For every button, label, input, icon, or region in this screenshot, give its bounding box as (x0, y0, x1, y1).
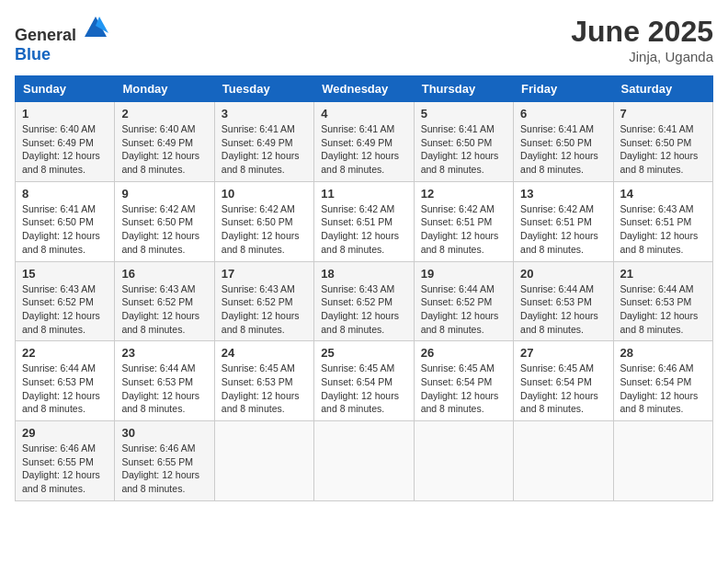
calendar-week-row: 8 Sunrise: 6:41 AMSunset: 6:50 PMDayligh… (16, 181, 713, 261)
day-number: 3 (222, 107, 307, 121)
calendar-cell: 22 Sunrise: 6:44 AMSunset: 6:53 PMDaylig… (16, 341, 115, 421)
cell-info: Sunrise: 6:43 AMSunset: 6:52 PMDaylight:… (222, 283, 300, 335)
calendar-cell: 14 Sunrise: 6:43 AMSunset: 6:51 PMDaylig… (613, 181, 712, 261)
calendar-cell: 17 Sunrise: 6:43 AMSunset: 6:52 PMDaylig… (214, 261, 313, 341)
cell-info: Sunrise: 6:41 AMSunset: 6:50 PMDaylight:… (22, 203, 100, 255)
day-number: 20 (520, 267, 606, 281)
day-number: 14 (620, 187, 706, 201)
calendar-header-row: SundayMondayTuesdayWednesdayThursdayFrid… (16, 76, 713, 102)
calendar-cell: 15 Sunrise: 6:43 AMSunset: 6:52 PMDaylig… (16, 261, 115, 341)
day-number: 29 (22, 426, 108, 440)
calendar-cell: 11 Sunrise: 6:42 AMSunset: 6:51 PMDaylig… (314, 181, 414, 261)
cell-info: Sunrise: 6:46 AMSunset: 6:55 PMDaylight:… (22, 442, 100, 494)
cell-info: Sunrise: 6:42 AMSunset: 6:50 PMDaylight:… (222, 203, 300, 255)
day-number: 15 (22, 267, 108, 281)
day-number: 19 (421, 267, 506, 281)
cell-info: Sunrise: 6:44 AMSunset: 6:52 PMDaylight:… (421, 283, 499, 335)
day-number: 5 (421, 107, 506, 121)
cell-info: Sunrise: 6:41 AMSunset: 6:50 PMDaylight:… (520, 123, 598, 175)
cell-info: Sunrise: 6:41 AMSunset: 6:50 PMDaylight:… (620, 123, 699, 175)
calendar-cell: 28 Sunrise: 6:46 AMSunset: 6:54 PMDaylig… (613, 341, 712, 421)
calendar-cell: 20 Sunrise: 6:44 AMSunset: 6:53 PMDaylig… (514, 261, 613, 341)
calendar-week-row: 29 Sunrise: 6:46 AMSunset: 6:55 PMDaylig… (16, 421, 713, 501)
day-number: 18 (321, 267, 406, 281)
calendar-cell (613, 421, 712, 501)
day-number: 24 (222, 346, 307, 360)
page-header: General Blue June 2025 Jinja, Uganda (15, 15, 713, 64)
day-number: 4 (321, 107, 406, 121)
cell-info: Sunrise: 6:44 AMSunset: 6:53 PMDaylight:… (520, 283, 598, 335)
day-number: 2 (121, 107, 207, 121)
day-number: 6 (520, 107, 606, 121)
cell-info: Sunrise: 6:43 AMSunset: 6:52 PMDaylight:… (121, 283, 199, 335)
cell-info: Sunrise: 6:42 AMSunset: 6:51 PMDaylight:… (520, 203, 598, 255)
calendar-cell (314, 421, 414, 501)
day-number: 9 (121, 187, 207, 201)
calendar-cell (214, 421, 313, 501)
day-header-sunday: Sunday (16, 76, 115, 102)
cell-info: Sunrise: 6:45 AMSunset: 6:54 PMDaylight:… (421, 362, 499, 414)
cell-info: Sunrise: 6:43 AMSunset: 6:52 PMDaylight:… (321, 283, 399, 335)
calendar-cell (414, 421, 513, 501)
day-header-thursday: Thursday (414, 76, 513, 102)
day-header-monday: Monday (115, 76, 214, 102)
cell-info: Sunrise: 6:40 AMSunset: 6:49 PMDaylight:… (22, 123, 100, 175)
calendar-table: SundayMondayTuesdayWednesdayThursdayFrid… (15, 75, 713, 501)
day-header-friday: Friday (514, 76, 613, 102)
cell-info: Sunrise: 6:45 AMSunset: 6:53 PMDaylight:… (222, 362, 300, 414)
day-number: 16 (121, 267, 207, 281)
logo-text: General Blue (15, 15, 108, 64)
calendar-cell: 26 Sunrise: 6:45 AMSunset: 6:54 PMDaylig… (414, 341, 513, 421)
day-number: 22 (22, 346, 108, 360)
cell-info: Sunrise: 6:42 AMSunset: 6:51 PMDaylight:… (421, 203, 499, 255)
cell-info: Sunrise: 6:40 AMSunset: 6:49 PMDaylight:… (121, 123, 199, 175)
day-number: 23 (121, 346, 207, 360)
calendar-week-row: 15 Sunrise: 6:43 AMSunset: 6:52 PMDaylig… (16, 261, 713, 341)
day-header-tuesday: Tuesday (214, 76, 313, 102)
day-number: 27 (520, 346, 606, 360)
month-title: June 2025 (571, 15, 713, 49)
cell-info: Sunrise: 6:46 AMSunset: 6:54 PMDaylight:… (620, 362, 699, 414)
day-number: 21 (620, 267, 706, 281)
logo-general: General (15, 26, 76, 44)
calendar-cell: 29 Sunrise: 6:46 AMSunset: 6:55 PMDaylig… (16, 421, 115, 501)
logo-blue: Blue (15, 45, 51, 63)
calendar-cell: 24 Sunrise: 6:45 AMSunset: 6:53 PMDaylig… (214, 341, 313, 421)
day-number: 11 (321, 187, 406, 201)
location: Jinja, Uganda (571, 49, 713, 64)
calendar-cell: 6 Sunrise: 6:41 AMSunset: 6:50 PMDayligh… (514, 102, 613, 182)
calendar-cell: 13 Sunrise: 6:42 AMSunset: 6:51 PMDaylig… (514, 181, 613, 261)
day-number: 30 (121, 426, 207, 440)
day-number: 26 (421, 346, 506, 360)
day-header-saturday: Saturday (613, 76, 712, 102)
logo: General Blue (15, 15, 108, 64)
day-number: 7 (620, 107, 706, 121)
cell-info: Sunrise: 6:41 AMSunset: 6:49 PMDaylight:… (222, 123, 300, 175)
day-number: 12 (421, 187, 506, 201)
calendar-cell: 12 Sunrise: 6:42 AMSunset: 6:51 PMDaylig… (414, 181, 513, 261)
calendar-cell: 4 Sunrise: 6:41 AMSunset: 6:49 PMDayligh… (314, 102, 414, 182)
calendar-cell: 2 Sunrise: 6:40 AMSunset: 6:49 PMDayligh… (115, 102, 214, 182)
cell-info: Sunrise: 6:44 AMSunset: 6:53 PMDaylight:… (121, 362, 199, 414)
calendar-cell: 1 Sunrise: 6:40 AMSunset: 6:49 PMDayligh… (16, 102, 115, 182)
calendar-week-row: 22 Sunrise: 6:44 AMSunset: 6:53 PMDaylig… (16, 341, 713, 421)
calendar-cell: 5 Sunrise: 6:41 AMSunset: 6:50 PMDayligh… (414, 102, 513, 182)
calendar-cell: 10 Sunrise: 6:42 AMSunset: 6:50 PMDaylig… (214, 181, 313, 261)
calendar-cell: 23 Sunrise: 6:44 AMSunset: 6:53 PMDaylig… (115, 341, 214, 421)
calendar-cell: 3 Sunrise: 6:41 AMSunset: 6:49 PMDayligh… (214, 102, 313, 182)
day-number: 8 (22, 187, 108, 201)
cell-info: Sunrise: 6:45 AMSunset: 6:54 PMDaylight:… (520, 362, 598, 414)
day-number: 10 (222, 187, 307, 201)
cell-info: Sunrise: 6:42 AMSunset: 6:50 PMDaylight:… (121, 203, 199, 255)
calendar-cell: 19 Sunrise: 6:44 AMSunset: 6:52 PMDaylig… (414, 261, 513, 341)
calendar-cell: 30 Sunrise: 6:46 AMSunset: 6:55 PMDaylig… (115, 421, 214, 501)
cell-info: Sunrise: 6:45 AMSunset: 6:54 PMDaylight:… (321, 362, 399, 414)
calendar-cell: 9 Sunrise: 6:42 AMSunset: 6:50 PMDayligh… (115, 181, 214, 261)
cell-info: Sunrise: 6:41 AMSunset: 6:49 PMDaylight:… (321, 123, 399, 175)
cell-info: Sunrise: 6:43 AMSunset: 6:52 PMDaylight:… (22, 283, 100, 335)
cell-info: Sunrise: 6:43 AMSunset: 6:51 PMDaylight:… (620, 203, 699, 255)
calendar-cell: 8 Sunrise: 6:41 AMSunset: 6:50 PMDayligh… (16, 181, 115, 261)
calendar-cell (514, 421, 613, 501)
calendar-cell: 21 Sunrise: 6:44 AMSunset: 6:53 PMDaylig… (613, 261, 712, 341)
day-number: 25 (321, 346, 406, 360)
